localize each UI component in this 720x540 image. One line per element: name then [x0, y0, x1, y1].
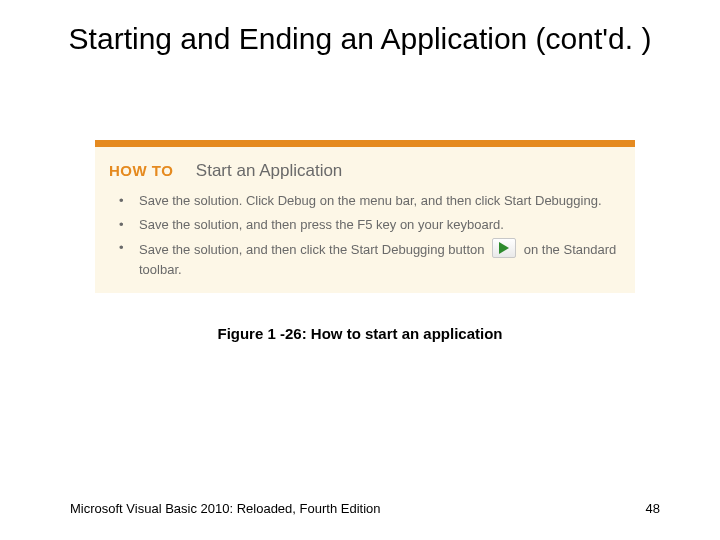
list-item: Save the solution. Click Debug on the me…: [125, 189, 621, 213]
page-title: Starting and Ending an Application (cont…: [0, 20, 720, 58]
start-debugging-button-icon: [492, 238, 516, 258]
howto-figure: HOW TO Start an Application Save the sol…: [95, 140, 635, 293]
list-item: Save the solution, and then click the St…: [125, 236, 621, 281]
howto-list: Save the solution. Click Debug on the me…: [95, 189, 635, 281]
list-item-text-pre: Save the solution, and then click the St…: [139, 242, 484, 257]
howto-title: Start an Application: [196, 161, 342, 180]
svg-marker-0: [499, 242, 509, 254]
list-item-text: Save the solution. Click Debug on the me…: [139, 193, 602, 208]
list-item-text: Save the solution, and then press the F5…: [139, 217, 504, 232]
figure-header: HOW TO Start an Application: [95, 147, 635, 187]
howto-label: HOW TO: [109, 162, 173, 179]
figure-caption: Figure 1 -26: How to start an applicatio…: [0, 325, 720, 342]
list-item: Save the solution, and then press the F5…: [125, 213, 621, 237]
page-number: 48: [646, 501, 660, 516]
play-icon: [498, 241, 510, 255]
figure-top-bar: [95, 140, 635, 147]
footer-source: Microsoft Visual Basic 2010: Reloaded, F…: [70, 501, 380, 516]
slide: Starting and Ending an Application (cont…: [0, 0, 720, 540]
